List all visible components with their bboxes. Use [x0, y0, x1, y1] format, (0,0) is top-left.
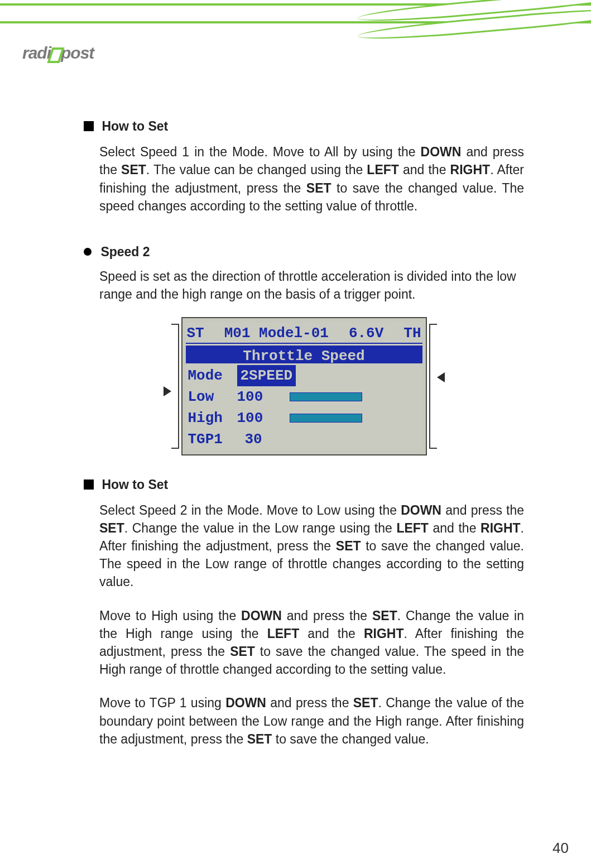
lcd-row-high: High 100 [186, 407, 422, 429]
lcd-header-row: ST M01 Model-01 6.6V TH [186, 323, 422, 344]
speed2-description: Speed is set as the direction of throttl… [84, 267, 524, 303]
brand-logo: radi post [22, 39, 145, 67]
left-pointer-icon [164, 386, 171, 396]
lcd-hdr-volt: 6.6V [349, 323, 383, 343]
right-pointer-icon [437, 372, 445, 382]
manual-page: radi post How to Set Select Speed 1 in t… [0, 0, 591, 868]
lcd-tgp-label: TGP1 [186, 429, 237, 450]
lcd-mode-value: 2SPEED [237, 365, 296, 386]
section1-body: Select Speed 1 in the Mode. Move to All … [84, 143, 524, 215]
lcd-hdr-st: ST [187, 323, 204, 343]
st-scale-icon [171, 324, 179, 449]
lcd-hdr-model: M01 Model-01 [224, 323, 329, 343]
th-scale-icon [429, 324, 437, 449]
lcd-row-mode: Mode 2SPEED [186, 365, 422, 386]
logo-text-left: radi [22, 44, 51, 63]
section-title-text: How to Set [102, 119, 168, 133]
lcd-low-label: Low [186, 386, 237, 407]
speed2-title-text: Speed 2 [100, 244, 150, 259]
lcd-row-tgp: TGP1 30 [186, 429, 422, 450]
page-content: How to Set Select Speed 1 in the Mode. M… [0, 39, 591, 748]
lcd-subtitle-row: Throttle Speed [186, 344, 422, 365]
lcd-low-value: 100 [237, 386, 287, 407]
lcd-hdr-th: TH [403, 323, 421, 343]
section2-para2: Move to High using the DOWN and press th… [84, 607, 524, 679]
section2-title-text: How to Set [102, 477, 168, 492]
page-number: 40 [552, 840, 569, 857]
lcd-mode-label: Mode [186, 365, 237, 386]
section-how-to-set-2: How to Set [84, 476, 524, 493]
lcd-low-bar [287, 386, 422, 407]
section2-para3: Move to TGP 1 using DOWN and press the S… [84, 694, 524, 748]
lcd-high-label: High [186, 407, 237, 429]
logo-text-right: post [61, 44, 94, 63]
lcd-tgp-value: 30 [237, 429, 287, 450]
lcd-row-low: Low 100 [186, 386, 422, 407]
lcd-subtitle: Throttle Speed [186, 346, 422, 363]
square-bullet-icon [84, 479, 94, 490]
speed2-heading: Speed 2 [84, 243, 524, 261]
square-bullet-icon [84, 121, 94, 131]
section2-para1: Select Speed 2 in the Mode. Move to Low … [84, 501, 524, 591]
lcd-screenshot: ST M01 Model-01 6.6V TH Throttle Speed M… [181, 317, 427, 455]
lcd-high-bar [287, 407, 422, 429]
lcd-high-value: 100 [237, 407, 287, 429]
dot-bullet-icon [84, 248, 92, 256]
header-stripes [0, 0, 591, 39]
section-how-to-set-1: How to Set [84, 117, 524, 135]
